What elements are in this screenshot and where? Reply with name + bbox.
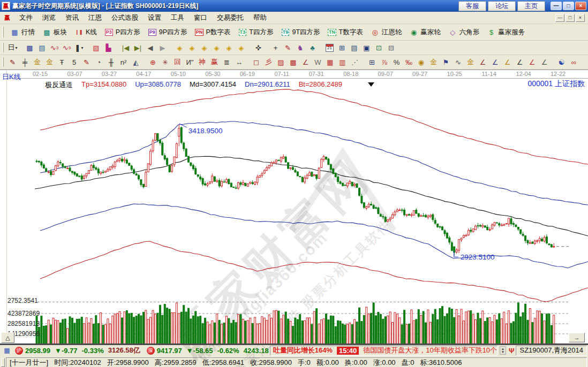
flag-tool[interactable]: ⚑: [440, 57, 451, 67]
wave-9-icon[interactable]: ∿9: [61, 42, 72, 53]
infinity-icon[interactable]: ∞: [568, 57, 579, 67]
gold-angle-tool[interactable]: 金: [465, 57, 476, 67]
star-target-tool[interactable]: ✳: [160, 57, 171, 67]
chart-plot[interactable]: 3418.95002923.5100: [0, 70, 588, 345]
skip-first-button[interactable]: |◀: [120, 42, 131, 53]
shanghai-market-icon[interactable]: 沪: [15, 347, 23, 355]
permille-tool[interactable]: ‰: [403, 57, 414, 67]
save-icon[interactable]: ▣: [361, 42, 372, 53]
gann-wheel-button[interactable]: ◎江恩轮: [367, 27, 406, 38]
mark-pen-tool[interactable]: ✎: [282, 42, 293, 53]
news-scroll-spinner[interactable]: ▲▼: [500, 346, 506, 355]
angle-line-tool[interactable]: ∠: [300, 57, 311, 67]
gann-ruler-tool[interactable]: ╪: [19, 57, 31, 67]
menu-item-江恩[interactable]: 江恩: [84, 12, 107, 24]
gold-lines-tool[interactable]: 金: [428, 57, 439, 67]
symbol-label[interactable]: 000001 上证指数: [527, 79, 585, 89]
pan-right-diamond[interactable]: ◈: [186, 42, 198, 53]
grid-ruler-tool[interactable]: ≣: [221, 57, 232, 67]
menu-item-浏览[interactable]: 浏览: [37, 12, 61, 24]
menu-item-窗口[interactable]: 窗口: [189, 12, 212, 24]
homepage-button[interactable]: 主页: [517, 1, 545, 11]
quotes-button[interactable]: ▦行情: [6, 27, 39, 38]
p-square-button[interactable]: P3P四方形: [101, 27, 144, 38]
detail-bar-grip[interactable]: [1, 358, 5, 367]
shenzhen-market-icon[interactable]: 深: [147, 347, 155, 355]
9t-square-button[interactable]: T99T四方形: [277, 27, 323, 38]
t-number-table-button[interactable]: TNT数字表: [324, 27, 367, 38]
skip-last-button[interactable]: ▶|: [132, 42, 144, 53]
t-square-button[interactable]: T3T四方形: [234, 27, 277, 38]
minimize-button[interactable]: —: [551, 2, 562, 10]
menu-item-公式选股[interactable]: 公式选股: [107, 12, 143, 24]
quote-mark-tool[interactable]: И": [184, 57, 195, 67]
step-forward-button[interactable]: ▶: [157, 42, 168, 53]
gold-angle-tool-2[interactable]: ∠: [502, 57, 513, 67]
export-icon[interactable]: ⊡: [373, 42, 385, 53]
hexagon-button[interactable]: ◇六角形: [444, 27, 484, 38]
winner-service-button[interactable]: $赢家服务: [483, 27, 529, 38]
plain-ruler-tool[interactable]: ╫: [105, 57, 117, 67]
forum-button[interactable]: 论坛: [488, 1, 516, 11]
menu-item-帮助[interactable]: 帮助: [248, 12, 272, 24]
pattern-box-tool[interactable]: ▩: [288, 57, 299, 67]
step-back-button[interactable]: ◀: [145, 42, 156, 53]
p-number-table-button[interactable]: PNP数字表: [191, 27, 234, 38]
f-angle-tool[interactable]: ∠: [489, 57, 501, 67]
color-histogram-icon[interactable]: ▙: [103, 42, 114, 53]
zigzag-line-tool[interactable]: W: [312, 57, 323, 67]
candle-type-dropdown[interactable]: ❚▾: [73, 42, 85, 53]
box-target-tool[interactable]: 回: [172, 57, 183, 67]
fan-box-tool[interactable]: ▨: [275, 57, 287, 67]
percent-7-tool[interactable]: ⅞: [379, 57, 390, 67]
gold-ratio-ruler-2[interactable]: 金: [44, 57, 55, 67]
five-ruler-tool[interactable]: 5: [69, 57, 80, 67]
pattern-window-icon[interactable]: ▩: [24, 42, 35, 53]
ratio-table-tool[interactable]: ⊞: [366, 57, 378, 67]
customer-service-button[interactable]: 客服: [458, 1, 486, 11]
gann-angle-tool[interactable]: ∠: [526, 57, 538, 67]
menu-item-设置[interactable]: 设置: [143, 12, 166, 24]
cycle-clock-tool[interactable]: ◔: [93, 57, 104, 67]
wave-tool[interactable]: ∿: [453, 57, 464, 67]
toolbar-grip[interactable]: [2, 43, 4, 52]
menu-item-资讯[interactable]: 资讯: [61, 12, 84, 24]
j-angle-tool[interactable]: ∠: [477, 57, 488, 67]
restore-button[interactable]: □: [563, 2, 574, 10]
taiji-icon[interactable]: ☯: [556, 57, 567, 67]
crosshair-tool[interactable]: +: [270, 42, 281, 53]
calendar-icon[interactable]: 21: [324, 42, 335, 53]
print-icon[interactable]: ⊟: [386, 42, 397, 53]
child-restore-button[interactable]: □: [566, 14, 575, 22]
news-ticker[interactable]: 吐量同比增长164% 15:40 德国国债开盘大涨，10年期收益率下跌10个: [270, 346, 497, 356]
pen-tool[interactable]: ✎: [81, 57, 92, 67]
notebook-icon[interactable]: ▤: [349, 42, 360, 53]
winner-wheel-button[interactable]: ◉赢家轮: [405, 27, 444, 38]
expand-v-diamond[interactable]: ◈: [223, 42, 235, 53]
percent-tool[interactable]: %: [391, 57, 402, 67]
wave-3-icon[interactable]: ∿3: [49, 42, 60, 53]
fund-ticker-label[interactable]: SZ190007,青海2014: [516, 346, 587, 356]
info-document-icon[interactable]: ▤: [36, 42, 48, 53]
quotes-grid-icon[interactable]: ▦: [2, 347, 12, 355]
gold-circle-tool[interactable]: ◉: [416, 57, 427, 67]
pan-left-diamond[interactable]: ◈: [174, 42, 185, 53]
n-square-tool[interactable]: n²: [118, 57, 129, 67]
shen-badge-tool[interactable]: 神: [197, 57, 208, 67]
child-minimize-button[interactable]: —: [555, 14, 564, 22]
fan-lines-tool[interactable]: 彡: [263, 57, 274, 67]
sectors-button[interactable]: ▩板块: [39, 27, 71, 38]
grid-box-tool-2[interactable]: ▥: [337, 57, 348, 67]
child-close-button[interactable]: ×: [576, 14, 585, 22]
final-angle-tool[interactable]: ∠: [539, 57, 550, 67]
toolbar-grip[interactable]: [2, 57, 4, 67]
grid-box-tool[interactable]: ▦: [325, 57, 336, 67]
9p-square-button[interactable]: P99P四方形: [144, 27, 191, 38]
fib-ruler-tool[interactable]: Ŧ: [56, 57, 67, 67]
speed-angle-tool[interactable]: ∠: [514, 57, 525, 67]
compass-tool[interactable]: ◭: [130, 57, 141, 67]
square-frame-tool[interactable]: ◻: [251, 57, 262, 67]
kline-button[interactable]: ❙❚K线: [71, 27, 101, 38]
menu-item-工具[interactable]: 工具: [166, 12, 189, 24]
parallel-lines-tool[interactable]: ⋰: [349, 57, 360, 67]
